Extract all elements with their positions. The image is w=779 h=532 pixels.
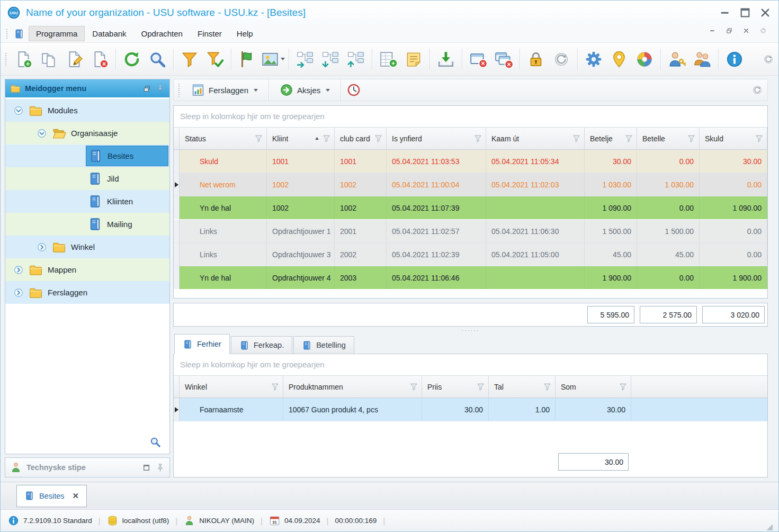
column-header-produktnammen[interactable]: Produktnammen — [283, 376, 422, 398]
apply-filter-button[interactable] — [202, 47, 228, 72]
secondary-toolbar-options-button[interactable] — [751, 84, 763, 96]
column-header-priis[interactable]: Priis — [422, 376, 489, 398]
refresh-button[interactable] — [119, 47, 145, 72]
tab-ferhier[interactable]: Ferhier — [174, 334, 230, 354]
tree-toggle-icon[interactable] — [11, 105, 26, 116]
reports-menu-button[interactable]: Ferslaggen — [186, 81, 263, 99]
child-close-button[interactable] — [742, 27, 756, 41]
pin-panel-button[interactable] — [156, 84, 165, 93]
menu-finster[interactable]: Finster — [190, 26, 229, 41]
add-row-button[interactable]: + — [375, 47, 401, 72]
minimize-button[interactable] — [718, 6, 732, 20]
support-panel[interactable]: Technyske stipe — [5, 457, 170, 477]
column-header-winkel[interactable]: Winkel — [180, 376, 283, 398]
column-header-betelje[interactable]: Betelje — [585, 128, 637, 149]
close-window-button[interactable]: × — [465, 47, 491, 72]
menu-opdrachten[interactable]: Opdrachten — [134, 26, 190, 41]
visits-row[interactable]: Net werom1002100205.04.2021 11:00:0405.0… — [174, 173, 767, 196]
tree-toggle-icon[interactable] — [11, 287, 26, 299]
tree-item-modules[interactable]: Modules — [5, 99, 169, 122]
undock-panel-button[interactable] — [142, 84, 151, 93]
users-button[interactable] — [690, 47, 715, 72]
filter-funnel-icon[interactable] — [473, 134, 482, 143]
menu-databank[interactable]: Databank — [85, 26, 133, 41]
tree-item-kliinten[interactable]: Kliinten — [5, 190, 169, 213]
filter-funnel-icon[interactable] — [476, 382, 485, 391]
column-header-club-card[interactable]: club card — [335, 128, 387, 149]
expand-node-button[interactable] — [292, 47, 318, 72]
filter-funnel-icon[interactable] — [619, 382, 628, 391]
filter-funnel-icon[interactable] — [572, 134, 581, 143]
filter-funnel-icon[interactable] — [624, 134, 633, 143]
delete-record-button[interactable]: × — [87, 47, 112, 72]
lock-button[interactable] — [523, 47, 549, 72]
column-header-skuld[interactable]: Skuld — [700, 128, 767, 149]
column-header-betelle[interactable]: Betelle — [637, 128, 700, 149]
visits-row[interactable]: LinksOpdrachtjouwer 1200105.04.2021 11:0… — [174, 220, 767, 243]
filter-funnel-icon[interactable] — [755, 134, 764, 143]
menubar-options-button[interactable] — [759, 27, 773, 41]
filter-funnel-icon[interactable] — [254, 134, 263, 143]
flag-button[interactable] — [235, 47, 260, 72]
detail-group-by-hint[interactable]: Sleep in kolomkop hjir om te groepearjen — [174, 354, 767, 375]
sidebar-search-button[interactable] — [149, 436, 161, 448]
child-minimize-button[interactable] — [709, 27, 722, 41]
filter-funnel-icon[interactable] — [687, 134, 696, 143]
palette-button[interactable] — [632, 47, 657, 72]
filter-funnel-icon[interactable] — [543, 382, 552, 391]
column-header-tal[interactable]: Tal — [489, 376, 556, 398]
close-button[interactable] — [758, 6, 772, 20]
filter-funnel-icon[interactable] — [271, 382, 280, 391]
visits-row[interactable]: Yn de halOpdrachtjouwer 4200305.04.2021 … — [174, 266, 767, 290]
filter-button[interactable] — [177, 47, 202, 72]
menu-programma[interactable]: Programma — [29, 26, 85, 41]
search-button[interactable] — [145, 47, 170, 72]
actions-menu-button[interactable]: Aksjes — [274, 81, 335, 99]
support-restore-button[interactable] — [142, 463, 151, 472]
column-header-kliint[interactable]: Kliint — [267, 128, 335, 149]
tree-item-mailing[interactable]: Mailing — [5, 213, 169, 236]
import-button[interactable] — [433, 47, 459, 72]
tree-item-jild[interactable]: Jild — [5, 167, 169, 190]
filter-funnel-icon[interactable] — [409, 382, 418, 391]
visits-row[interactable]: Yn de hal1002100205.04.2021 11:07:391 09… — [174, 196, 767, 220]
image-button[interactable] — [260, 47, 285, 72]
collapse-all-button[interactable] — [343, 47, 369, 72]
toolbar-options-button[interactable] — [763, 53, 774, 65]
tree-item-mappen[interactable]: Mappen — [5, 258, 169, 281]
column-header-status[interactable]: Status — [180, 128, 267, 149]
window-tab-besites[interactable]: Besites✕ — [16, 485, 87, 507]
maximize-button[interactable] — [738, 6, 752, 20]
tab-ferkeap[interactable]: Ferkeap. — [231, 336, 292, 354]
menu-help[interactable]: Help — [229, 26, 261, 41]
tree-item-organisaasje[interactable]: Organisaasje — [5, 122, 169, 145]
close-all-windows-button[interactable]: × — [491, 47, 516, 72]
group-by-hint[interactable]: Sleep in kolomkop hjir om te groepearjen — [174, 106, 767, 127]
history-button[interactable] — [549, 47, 574, 72]
tree-item-besites[interactable]: Besites — [5, 145, 169, 167]
visits-row[interactable]: Skuld1001100105.04.2021 11:03:5305.04.20… — [174, 150, 767, 173]
tree-toggle-icon[interactable] — [34, 128, 50, 139]
visits-row[interactable]: LinksOpdrachtjouwer 3200205.04.2021 11:0… — [174, 243, 767, 266]
toolbar-grip[interactable] — [5, 52, 7, 66]
column-header-is-ynfierd[interactable]: Is ynfierd — [387, 128, 486, 149]
expand-all-button[interactable] — [318, 47, 343, 72]
filter-funnel-icon[interactable] — [322, 134, 331, 143]
tree-toggle-icon[interactable] — [11, 264, 26, 276]
tab-betelling[interactable]: Betelling — [293, 336, 354, 354]
tree-toggle-icon[interactable] — [34, 241, 50, 253]
resize-grip[interactable]: ◢ — [766, 521, 773, 531]
location-button[interactable] — [606, 47, 632, 72]
splitter-handle[interactable] — [173, 327, 768, 334]
edit-record-button[interactable] — [61, 47, 87, 72]
clock-button[interactable] — [346, 83, 361, 97]
copy-record-button[interactable] — [36, 47, 61, 72]
secondary-toolbar-grip[interactable] — [178, 83, 181, 97]
user-rights-button[interactable] — [664, 47, 690, 72]
detail-row[interactable]: Foarnaamste10067 Guon produkt 4, pcs30.0… — [174, 398, 767, 421]
settings-button[interactable] — [581, 47, 606, 72]
tree-item-winkel[interactable]: Winkel — [5, 236, 169, 258]
tree-item-ferslaggen[interactable]: Ferslaggen — [5, 281, 169, 304]
column-header-kaam-t[interactable]: Kaam út — [486, 128, 585, 149]
column-header-som[interactable]: Som — [556, 376, 631, 398]
